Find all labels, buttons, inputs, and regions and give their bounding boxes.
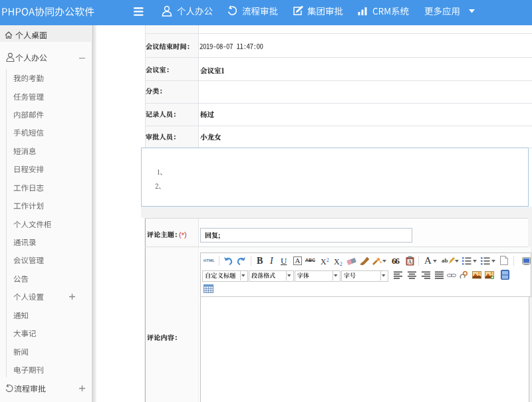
svg-text:A: A bbox=[295, 256, 301, 264]
svg-text:A: A bbox=[408, 259, 412, 265]
